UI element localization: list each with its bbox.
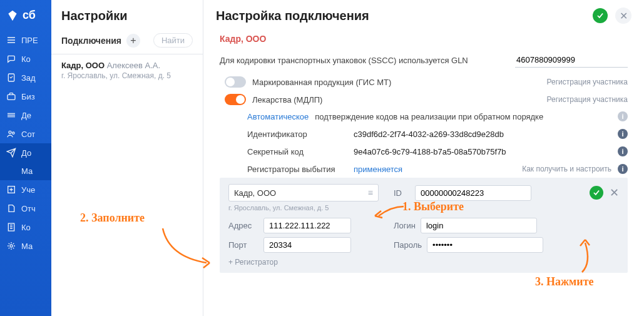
registrators-applied-link[interactable]: применяется xyxy=(354,165,402,174)
gln-input[interactable] xyxy=(515,53,628,68)
port-label: Порт xyxy=(228,240,258,250)
connection-item[interactable]: Кадр, ООО Алексеев А.А. г. Ярославль, ул… xyxy=(51,54,203,83)
panel-title: Настройка подключения xyxy=(216,9,369,23)
nav-item-staff[interactable]: Сот xyxy=(0,125,51,143)
nav-item-reports[interactable]: Отч xyxy=(0,199,51,218)
app-logo: сб xyxy=(0,4,51,31)
registrator-org-value: Кадр, ООО xyxy=(234,188,276,198)
password-label: Пароль xyxy=(394,240,422,250)
logo-icon xyxy=(6,9,19,22)
nav-item-accounting[interactable]: Уче xyxy=(0,180,51,199)
svg-point-3 xyxy=(13,132,14,134)
login-label: Логин xyxy=(394,221,416,230)
password-input[interactable] xyxy=(427,237,543,253)
connection-person: Алексеев А.А. xyxy=(107,61,160,70)
nav-item-apps[interactable]: Ма xyxy=(0,237,51,255)
check-icon xyxy=(592,188,601,197)
connection-org: Кадр, ООО xyxy=(61,61,105,70)
nav-item-money[interactable]: Де xyxy=(0,106,51,125)
address-label: Адрес xyxy=(228,221,258,230)
registrator-address: г. Ярославль, ул. Смежная, д. 5 xyxy=(228,204,379,212)
toggle-marking-label: Маркированная продукция (ГИС МТ) xyxy=(252,78,541,87)
info-icon[interactable]: i xyxy=(618,146,628,156)
gln-label: Для кодировки транспортных упаковок (SSC… xyxy=(220,56,509,65)
add-connection-button[interactable]: + xyxy=(126,34,140,48)
registrator-cancel-button[interactable]: ✕ xyxy=(610,186,619,200)
nav-item-contacts[interactable]: Ко xyxy=(0,49,51,68)
meds-registration-link[interactable]: Регистрация участника xyxy=(547,95,628,104)
info-icon[interactable]: i xyxy=(618,164,628,174)
marking-registration-link[interactable]: Регистрация участника xyxy=(547,78,628,86)
id-label: ID xyxy=(394,188,410,198)
org-name: Кадр, ООО xyxy=(220,34,628,44)
registrators-label: Регистраторы выбытия xyxy=(247,165,347,174)
registrator-apply-button[interactable] xyxy=(590,186,603,200)
identifier-label: Идентификатор xyxy=(247,130,347,139)
menu-icon: ≡ xyxy=(368,188,373,198)
settings-column: Настройки Подключения + Найти Кадр, ООО … xyxy=(51,0,203,316)
info-icon[interactable]: i xyxy=(618,129,628,139)
nav-item-companies[interactable]: Ко xyxy=(0,218,51,237)
nav-item-marking[interactable]: Ма xyxy=(0,162,51,180)
auto-confirm-text: подтверждение кодов на реализации при об… xyxy=(315,112,543,121)
connection-address: г. Ярославль, ул. Смежная, д. 5 xyxy=(61,71,193,80)
toggle-meds[interactable] xyxy=(225,94,246,105)
toggle-meds-label: Лекарства (МДЛП) xyxy=(252,95,541,104)
brand-text: сб xyxy=(23,9,36,22)
apply-button[interactable] xyxy=(593,8,608,23)
port-input[interactable] xyxy=(263,237,351,253)
how-to-link[interactable]: Как получить и настроить xyxy=(522,165,611,173)
toggle-marking[interactable] xyxy=(225,76,246,88)
login-input[interactable] xyxy=(421,218,537,233)
secret-label: Секретный код xyxy=(247,147,347,156)
nav-item-docs[interactable]: До xyxy=(0,143,51,162)
close-button[interactable]: ✕ xyxy=(615,8,631,24)
nav-rail: сб ПРЕ Ко Зад Биз Де Сот До Ма Уче Отч К… xyxy=(0,0,51,316)
identifier-value: c39df6d2-2f74-4032-a269-33d8cd9e28db xyxy=(354,130,611,139)
secret-value: 9e4a07c6-9c79-4188-b7a5-08a570b75f7b xyxy=(354,147,611,156)
auto-confirm-link[interactable]: Автоматическое xyxy=(247,112,309,121)
registrator-org-select[interactable]: Кадр, ООО ≡ xyxy=(228,184,379,201)
svg-point-6 xyxy=(10,245,13,247)
registrator-panel: Кадр, ООО ≡ ID ✕ г. Ярославль, ул. Смежн… xyxy=(220,178,628,273)
info-icon[interactable]: i xyxy=(618,111,628,121)
nav-item-tasks[interactable]: Зад xyxy=(0,68,51,87)
svg-point-2 xyxy=(9,131,11,133)
svg-rect-1 xyxy=(8,94,15,99)
settings-title: Настройки xyxy=(51,0,203,29)
connections-header: Подключения xyxy=(61,36,121,46)
address-input[interactable] xyxy=(263,218,351,233)
id-input[interactable] xyxy=(415,185,531,201)
nav-item-business[interactable]: Биз xyxy=(0,87,51,106)
main-panel: Настройка подключения ✕ Кадр, ООО Для ко… xyxy=(203,0,644,316)
add-registrator-button[interactable]: + Регистратор xyxy=(228,258,619,267)
nav-item-pre[interactable]: ПРЕ xyxy=(0,31,51,49)
search-input[interactable]: Найти xyxy=(153,33,193,48)
check-icon xyxy=(596,11,605,20)
